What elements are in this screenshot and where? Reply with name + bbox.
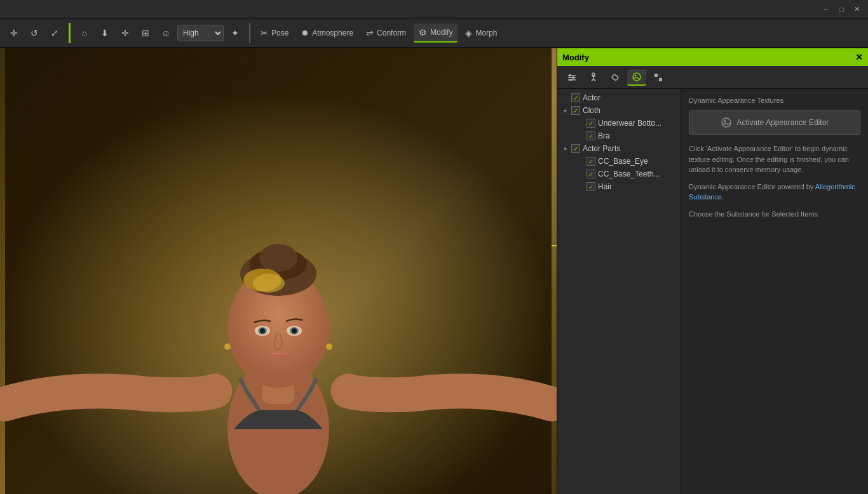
tab-texture[interactable] xyxy=(627,69,646,86)
checkbox-cc-eye[interactable]: ✓ xyxy=(587,157,595,166)
info-panel: Dynamic Appearance Textures Activate App… xyxy=(681,89,868,494)
bra-label: Bra xyxy=(598,131,610,140)
expand-cloth[interactable]: ▾ xyxy=(561,107,569,114)
close-button[interactable]: ✕ xyxy=(850,3,863,16)
tree-item-underwear[interactable]: ✓ Underwear Botto... xyxy=(557,117,681,130)
tab-checker[interactable] xyxy=(649,69,668,86)
tab-morph[interactable] xyxy=(606,69,625,86)
tree-item-actor[interactable]: ✓ Actor xyxy=(557,91,681,104)
character-viewport xyxy=(0,48,557,494)
svg-rect-34 xyxy=(659,78,662,81)
svg-point-22 xyxy=(569,78,572,81)
svg-point-35 xyxy=(722,118,731,127)
cloth-label: Cloth xyxy=(583,106,600,115)
expand-actor-parts[interactable]: ▾ xyxy=(561,145,569,152)
title-bar: ─ □ ✕ xyxy=(0,0,868,19)
modify-label: Modify xyxy=(430,28,452,37)
cc-base-teeth-label: CC_Base_Teeth... xyxy=(598,170,660,178)
modify-close-icon[interactable]: ✕ xyxy=(855,52,863,62)
tree-item-cc-base-teeth[interactable]: ✓ CC_Base_Teeth... xyxy=(557,168,681,180)
info-description-2: Dynamic Appearance Editor powered by All… xyxy=(689,182,860,203)
hair-label: Hair xyxy=(598,182,612,191)
tree-item-actor-parts[interactable]: ▾ ✓ Actor Parts xyxy=(557,142,681,155)
svg-point-13 xyxy=(260,328,265,333)
tab-sliders[interactable] xyxy=(562,69,581,86)
checkbox-cloth[interactable]: ✓ xyxy=(571,106,580,115)
modify-icon: ⚙ xyxy=(419,27,427,37)
checkbox-bra[interactable]: ✓ xyxy=(587,131,595,140)
pose-nav-button[interactable]: ✂ Pose xyxy=(255,23,294,43)
pose-label: Pose xyxy=(271,29,288,37)
tree-panel: ✓ Actor ▾ ✓ Cloth ✓ Underwear Botto... xyxy=(557,89,681,494)
viewport[interactable] xyxy=(0,48,557,494)
content-area: ✓ Actor ▾ ✓ Cloth ✓ Underwear Botto... xyxy=(557,89,868,494)
underwear-label: Underwear Botto... xyxy=(598,119,661,128)
move-tool-button[interactable]: ✛ xyxy=(5,24,23,42)
actor-label: Actor xyxy=(583,93,600,102)
fullscreen-tool-button[interactable]: ⤢ xyxy=(46,24,64,42)
activate-appearance-editor-button[interactable]: Activate Appearance Editor xyxy=(689,110,860,135)
pose-icon: ✂ xyxy=(261,28,268,38)
panel-tabs xyxy=(557,66,868,89)
atmosphere-icon: ✸ xyxy=(301,28,309,38)
marker-line xyxy=(552,245,557,246)
minimize-button[interactable]: ─ xyxy=(820,3,832,16)
svg-rect-31 xyxy=(654,74,658,77)
checkbox-actor-parts[interactable]: ✓ xyxy=(571,144,580,153)
checkbox-actor[interactable]: ✓ xyxy=(571,93,580,102)
svg-rect-33 xyxy=(654,78,658,81)
svg-point-21 xyxy=(572,76,574,79)
undo-tool-button[interactable]: ↺ xyxy=(25,24,43,42)
checkbox-hair[interactable]: ✓ xyxy=(587,182,595,191)
conform-nav-button[interactable]: ⇌ Conform xyxy=(361,23,411,43)
right-panel: Modify ✕ xyxy=(557,48,868,494)
appearance-editor-icon xyxy=(721,117,732,128)
modify-title: Modify xyxy=(562,53,589,62)
info-title: Dynamic Appearance Textures xyxy=(689,97,860,104)
tree-item-hair[interactable]: ✓ Hair xyxy=(557,180,681,193)
info-description-3: Choose the Substance for Selected Items. xyxy=(689,209,860,220)
atmosphere-label: Atmosphere xyxy=(312,29,353,37)
move2-tool-button[interactable]: ✛ xyxy=(116,24,134,42)
tree-item-bra[interactable]: ✓ Bra xyxy=(557,130,681,142)
atmosphere-nav-button[interactable]: ✸ Atmosphere xyxy=(296,23,358,43)
morph-nav-button[interactable]: ◈ Morph xyxy=(460,23,502,43)
home-tool-button[interactable]: ⌂ xyxy=(76,24,93,42)
svg-rect-32 xyxy=(659,74,662,77)
toolbar: ✛ ↺ ⤢ ⌂ ⬇ ✛ ⊞ ☺ Low Medium High Ultra ✦ … xyxy=(0,19,868,48)
svg-line-28 xyxy=(593,79,595,81)
svg-point-23 xyxy=(592,73,595,76)
svg-point-8 xyxy=(253,274,285,293)
cc-base-eye-label: CC_Base_Eye xyxy=(598,157,648,166)
tree-item-cc-base-eye[interactable]: ✓ CC_Base_Eye xyxy=(557,155,681,168)
modify-header: Modify ✕ xyxy=(557,48,868,66)
activate-btn-label: Activate Appearance Editor xyxy=(737,118,829,127)
svg-point-16 xyxy=(326,344,332,350)
maximize-button[interactable]: □ xyxy=(835,3,848,16)
info-description-1: Click 'Activate Appearance Editor' to be… xyxy=(689,144,860,175)
morph-label: Morph xyxy=(475,29,497,37)
tree-item-cloth[interactable]: ▾ ✓ Cloth xyxy=(557,104,681,117)
svg-point-15 xyxy=(224,344,231,350)
svg-point-20 xyxy=(569,74,571,76)
svg-point-36 xyxy=(724,120,726,123)
separator xyxy=(249,23,250,43)
face-tool-button[interactable]: ☺ xyxy=(157,24,175,42)
crop-tool-button[interactable]: ⊞ xyxy=(137,24,154,42)
main-content: Modify ✕ xyxy=(0,48,868,494)
light-tool-button[interactable]: ✦ xyxy=(226,24,244,42)
download-tool-button[interactable]: ⬇ xyxy=(96,24,114,42)
conform-icon: ⇌ xyxy=(366,28,374,38)
svg-point-14 xyxy=(292,328,297,333)
checkbox-cc-teeth[interactable]: ✓ xyxy=(587,170,595,178)
modify-nav-button[interactable]: ⚙ Modify xyxy=(414,23,458,43)
svg-point-30 xyxy=(635,74,637,76)
separator-green xyxy=(69,23,71,43)
svg-point-29 xyxy=(633,73,641,81)
quality-select[interactable]: Low Medium High Ultra xyxy=(177,25,224,41)
checkbox-underwear[interactable]: ✓ xyxy=(587,119,595,128)
morph-icon: ◈ xyxy=(465,28,472,38)
expand-actor[interactable] xyxy=(561,94,569,102)
tab-pose[interactable] xyxy=(584,69,603,86)
conform-label: Conform xyxy=(377,29,406,37)
